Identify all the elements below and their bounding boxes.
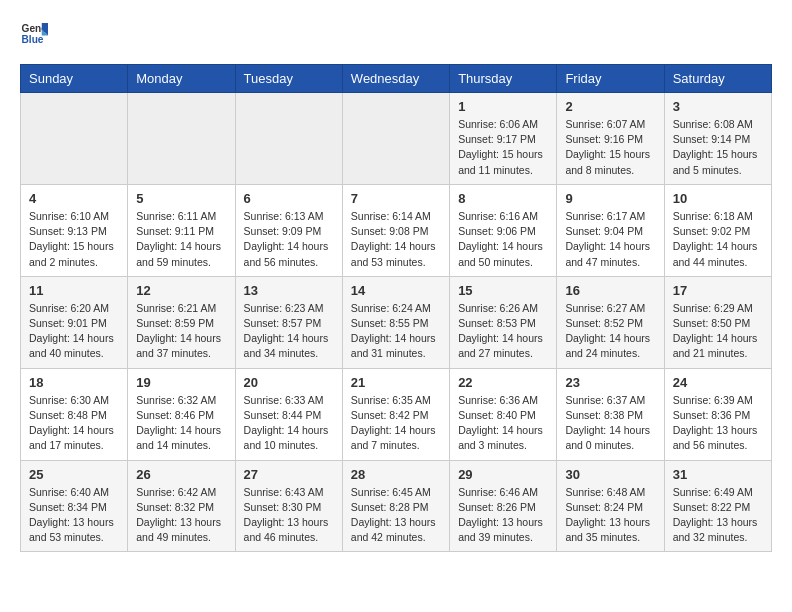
calendar-cell: 31Sunrise: 6:49 AM Sunset: 8:22 PM Dayli… bbox=[664, 460, 771, 552]
day-header-sunday: Sunday bbox=[21, 65, 128, 93]
day-number: 28 bbox=[351, 467, 441, 482]
day-info: Sunrise: 6:35 AM Sunset: 8:42 PM Dayligh… bbox=[351, 393, 441, 454]
calendar-cell: 4Sunrise: 6:10 AM Sunset: 9:13 PM Daylig… bbox=[21, 184, 128, 276]
day-info: Sunrise: 6:18 AM Sunset: 9:02 PM Dayligh… bbox=[673, 209, 763, 270]
day-info: Sunrise: 6:27 AM Sunset: 8:52 PM Dayligh… bbox=[565, 301, 655, 362]
day-number: 11 bbox=[29, 283, 119, 298]
logo-icon: General Blue bbox=[20, 20, 48, 48]
calendar-cell bbox=[21, 93, 128, 185]
day-info: Sunrise: 6:48 AM Sunset: 8:24 PM Dayligh… bbox=[565, 485, 655, 546]
day-info: Sunrise: 6:37 AM Sunset: 8:38 PM Dayligh… bbox=[565, 393, 655, 454]
day-header-saturday: Saturday bbox=[664, 65, 771, 93]
day-number: 1 bbox=[458, 99, 548, 114]
day-info: Sunrise: 6:16 AM Sunset: 9:06 PM Dayligh… bbox=[458, 209, 548, 270]
calendar-cell: 28Sunrise: 6:45 AM Sunset: 8:28 PM Dayli… bbox=[342, 460, 449, 552]
day-number: 14 bbox=[351, 283, 441, 298]
calendar-cell bbox=[235, 93, 342, 185]
calendar-cell: 17Sunrise: 6:29 AM Sunset: 8:50 PM Dayli… bbox=[664, 276, 771, 368]
day-info: Sunrise: 6:24 AM Sunset: 8:55 PM Dayligh… bbox=[351, 301, 441, 362]
day-number: 26 bbox=[136, 467, 226, 482]
day-header-tuesday: Tuesday bbox=[235, 65, 342, 93]
calendar-table: SundayMondayTuesdayWednesdayThursdayFrid… bbox=[20, 64, 772, 552]
day-number: 5 bbox=[136, 191, 226, 206]
calendar-cell: 27Sunrise: 6:43 AM Sunset: 8:30 PM Dayli… bbox=[235, 460, 342, 552]
day-number: 19 bbox=[136, 375, 226, 390]
day-info: Sunrise: 6:10 AM Sunset: 9:13 PM Dayligh… bbox=[29, 209, 119, 270]
calendar-cell: 19Sunrise: 6:32 AM Sunset: 8:46 PM Dayli… bbox=[128, 368, 235, 460]
calendar-week-row: 11Sunrise: 6:20 AM Sunset: 9:01 PM Dayli… bbox=[21, 276, 772, 368]
day-number: 25 bbox=[29, 467, 119, 482]
calendar-cell: 20Sunrise: 6:33 AM Sunset: 8:44 PM Dayli… bbox=[235, 368, 342, 460]
calendar-week-row: 4Sunrise: 6:10 AM Sunset: 9:13 PM Daylig… bbox=[21, 184, 772, 276]
calendar-cell: 16Sunrise: 6:27 AM Sunset: 8:52 PM Dayli… bbox=[557, 276, 664, 368]
calendar-cell: 11Sunrise: 6:20 AM Sunset: 9:01 PM Dayli… bbox=[21, 276, 128, 368]
day-number: 23 bbox=[565, 375, 655, 390]
calendar-header-row: SundayMondayTuesdayWednesdayThursdayFrid… bbox=[21, 65, 772, 93]
day-number: 9 bbox=[565, 191, 655, 206]
page-header: General Blue bbox=[20, 20, 772, 48]
calendar-cell: 12Sunrise: 6:21 AM Sunset: 8:59 PM Dayli… bbox=[128, 276, 235, 368]
day-info: Sunrise: 6:14 AM Sunset: 9:08 PM Dayligh… bbox=[351, 209, 441, 270]
calendar-cell: 18Sunrise: 6:30 AM Sunset: 8:48 PM Dayli… bbox=[21, 368, 128, 460]
day-info: Sunrise: 6:11 AM Sunset: 9:11 PM Dayligh… bbox=[136, 209, 226, 270]
day-number: 2 bbox=[565, 99, 655, 114]
day-number: 22 bbox=[458, 375, 548, 390]
day-number: 18 bbox=[29, 375, 119, 390]
svg-text:Blue: Blue bbox=[22, 34, 44, 45]
calendar-cell: 26Sunrise: 6:42 AM Sunset: 8:32 PM Dayli… bbox=[128, 460, 235, 552]
calendar-cell: 22Sunrise: 6:36 AM Sunset: 8:40 PM Dayli… bbox=[450, 368, 557, 460]
day-info: Sunrise: 6:39 AM Sunset: 8:36 PM Dayligh… bbox=[673, 393, 763, 454]
day-info: Sunrise: 6:36 AM Sunset: 8:40 PM Dayligh… bbox=[458, 393, 548, 454]
calendar-cell: 3Sunrise: 6:08 AM Sunset: 9:14 PM Daylig… bbox=[664, 93, 771, 185]
calendar-cell: 10Sunrise: 6:18 AM Sunset: 9:02 PM Dayli… bbox=[664, 184, 771, 276]
day-number: 29 bbox=[458, 467, 548, 482]
calendar-cell bbox=[128, 93, 235, 185]
day-number: 24 bbox=[673, 375, 763, 390]
calendar-cell: 8Sunrise: 6:16 AM Sunset: 9:06 PM Daylig… bbox=[450, 184, 557, 276]
day-number: 3 bbox=[673, 99, 763, 114]
logo: General Blue bbox=[20, 20, 52, 48]
calendar-cell: 25Sunrise: 6:40 AM Sunset: 8:34 PM Dayli… bbox=[21, 460, 128, 552]
calendar-cell: 2Sunrise: 6:07 AM Sunset: 9:16 PM Daylig… bbox=[557, 93, 664, 185]
day-number: 21 bbox=[351, 375, 441, 390]
day-info: Sunrise: 6:43 AM Sunset: 8:30 PM Dayligh… bbox=[244, 485, 334, 546]
day-info: Sunrise: 6:45 AM Sunset: 8:28 PM Dayligh… bbox=[351, 485, 441, 546]
calendar-cell bbox=[342, 93, 449, 185]
day-info: Sunrise: 6:46 AM Sunset: 8:26 PM Dayligh… bbox=[458, 485, 548, 546]
calendar-cell: 29Sunrise: 6:46 AM Sunset: 8:26 PM Dayli… bbox=[450, 460, 557, 552]
calendar-cell: 1Sunrise: 6:06 AM Sunset: 9:17 PM Daylig… bbox=[450, 93, 557, 185]
day-number: 12 bbox=[136, 283, 226, 298]
day-header-wednesday: Wednesday bbox=[342, 65, 449, 93]
calendar-week-row: 1Sunrise: 6:06 AM Sunset: 9:17 PM Daylig… bbox=[21, 93, 772, 185]
day-header-monday: Monday bbox=[128, 65, 235, 93]
calendar-cell: 24Sunrise: 6:39 AM Sunset: 8:36 PM Dayli… bbox=[664, 368, 771, 460]
day-number: 17 bbox=[673, 283, 763, 298]
day-number: 4 bbox=[29, 191, 119, 206]
calendar-body: 1Sunrise: 6:06 AM Sunset: 9:17 PM Daylig… bbox=[21, 93, 772, 552]
day-info: Sunrise: 6:20 AM Sunset: 9:01 PM Dayligh… bbox=[29, 301, 119, 362]
day-info: Sunrise: 6:42 AM Sunset: 8:32 PM Dayligh… bbox=[136, 485, 226, 546]
calendar-cell: 15Sunrise: 6:26 AM Sunset: 8:53 PM Dayli… bbox=[450, 276, 557, 368]
calendar-cell: 21Sunrise: 6:35 AM Sunset: 8:42 PM Dayli… bbox=[342, 368, 449, 460]
day-number: 10 bbox=[673, 191, 763, 206]
calendar-week-row: 25Sunrise: 6:40 AM Sunset: 8:34 PM Dayli… bbox=[21, 460, 772, 552]
day-info: Sunrise: 6:23 AM Sunset: 8:57 PM Dayligh… bbox=[244, 301, 334, 362]
calendar-cell: 13Sunrise: 6:23 AM Sunset: 8:57 PM Dayli… bbox=[235, 276, 342, 368]
day-info: Sunrise: 6:33 AM Sunset: 8:44 PM Dayligh… bbox=[244, 393, 334, 454]
day-info: Sunrise: 6:29 AM Sunset: 8:50 PM Dayligh… bbox=[673, 301, 763, 362]
day-info: Sunrise: 6:32 AM Sunset: 8:46 PM Dayligh… bbox=[136, 393, 226, 454]
day-info: Sunrise: 6:06 AM Sunset: 9:17 PM Dayligh… bbox=[458, 117, 548, 178]
day-number: 8 bbox=[458, 191, 548, 206]
day-info: Sunrise: 6:13 AM Sunset: 9:09 PM Dayligh… bbox=[244, 209, 334, 270]
calendar-cell: 23Sunrise: 6:37 AM Sunset: 8:38 PM Dayli… bbox=[557, 368, 664, 460]
calendar-cell: 6Sunrise: 6:13 AM Sunset: 9:09 PM Daylig… bbox=[235, 184, 342, 276]
day-info: Sunrise: 6:21 AM Sunset: 8:59 PM Dayligh… bbox=[136, 301, 226, 362]
calendar-cell: 7Sunrise: 6:14 AM Sunset: 9:08 PM Daylig… bbox=[342, 184, 449, 276]
calendar-cell: 14Sunrise: 6:24 AM Sunset: 8:55 PM Dayli… bbox=[342, 276, 449, 368]
day-info: Sunrise: 6:08 AM Sunset: 9:14 PM Dayligh… bbox=[673, 117, 763, 178]
day-number: 31 bbox=[673, 467, 763, 482]
day-number: 13 bbox=[244, 283, 334, 298]
day-number: 16 bbox=[565, 283, 655, 298]
day-header-friday: Friday bbox=[557, 65, 664, 93]
day-number: 20 bbox=[244, 375, 334, 390]
